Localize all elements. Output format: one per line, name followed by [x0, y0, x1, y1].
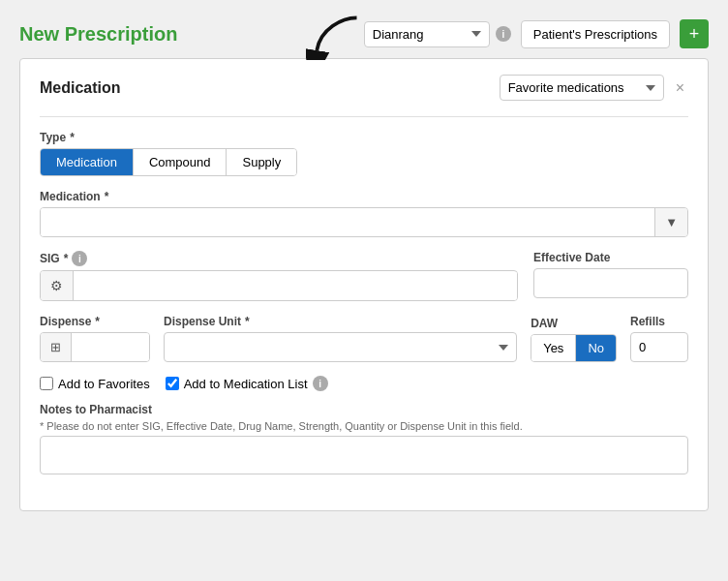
- provider-select[interactable]: Dianrang: [364, 21, 490, 47]
- medication-section: Medication * ▼: [40, 190, 688, 237]
- header-divider: [40, 116, 688, 117]
- card-header: Medication Favorite medications ×: [40, 75, 688, 101]
- notes-section: Notes to Pharmacist * Please do not ente…: [40, 403, 688, 477]
- daw-refills-group: DAW Yes No Refills: [531, 315, 688, 362]
- dispense-unit-select[interactable]: [164, 332, 517, 362]
- type-button-group: Medication Compound Supply: [40, 148, 297, 176]
- type-section: Type * Medication Compound Supply: [40, 131, 688, 176]
- favorite-medications-select[interactable]: Favorite medications: [500, 75, 664, 101]
- dispense-input-row: ⊞: [40, 332, 150, 362]
- provider-info-icon[interactable]: i: [496, 26, 511, 42]
- close-icon[interactable]: ×: [672, 77, 688, 99]
- sig-label: SIG * i: [40, 251, 518, 266]
- calculator-btn[interactable]: ⊞: [41, 333, 72, 361]
- daw-label: DAW: [531, 317, 617, 330]
- notes-label: Notes to Pharmacist: [40, 403, 688, 416]
- effective-date-label: Effective Date: [533, 251, 688, 264]
- add-to-medication-list-label[interactable]: Add to Medication List i: [166, 376, 328, 391]
- sig-row: SIG * i ⚙ Effective Date: [40, 251, 688, 301]
- effective-date-section: Effective Date: [533, 251, 688, 301]
- sig-section: SIG * i ⚙: [40, 251, 518, 301]
- patients-prescriptions-button[interactable]: Patient's Prescriptions: [521, 20, 670, 48]
- medication-label: Medication *: [40, 190, 688, 203]
- page-title: New Prescription: [19, 23, 177, 46]
- dispense-unit-section: Dispense Unit *: [164, 315, 517, 362]
- checkbox-row: Add to Favorites Add to Medication List …: [40, 376, 688, 391]
- notes-warning: * Please do not enter SIG, Effective Dat…: [40, 420, 688, 432]
- medication-list-info-icon[interactable]: i: [313, 376, 328, 391]
- daw-no-button[interactable]: No: [576, 335, 616, 361]
- dispense-input[interactable]: [72, 333, 149, 361]
- card-header-right: Favorite medications ×: [500, 75, 688, 101]
- daw-button-group: Yes No: [531, 334, 617, 362]
- sig-info-icon[interactable]: i: [72, 251, 87, 266]
- type-btn-supply[interactable]: Supply: [227, 149, 296, 175]
- refills-label: Refills: [630, 315, 688, 328]
- add-to-favorites-checkbox[interactable]: [40, 377, 53, 390]
- prescription-card: Medication Favorite medications × Type *…: [19, 58, 709, 511]
- add-to-favorites-text: Add to Favorites: [58, 377, 150, 391]
- medication-dropdown-btn[interactable]: ▼: [654, 208, 687, 236]
- arrow-annotation: [306, 12, 364, 60]
- sig-input[interactable]: [74, 272, 517, 300]
- add-prescription-button[interactable]: +: [680, 19, 709, 48]
- add-to-medication-list-text: Add to Medication List: [184, 377, 308, 391]
- type-btn-medication[interactable]: Medication: [41, 149, 134, 175]
- refills-section: Refills: [630, 315, 688, 362]
- add-to-favorites-label[interactable]: Add to Favorites: [40, 377, 150, 391]
- type-btn-compound[interactable]: Compound: [134, 149, 228, 175]
- provider-select-wrapper: Dianrang i: [364, 21, 511, 47]
- dispense-label: Dispense *: [40, 315, 150, 328]
- refills-input[interactable]: [630, 332, 688, 362]
- medication-input[interactable]: [41, 208, 654, 236]
- card-title: Medication: [40, 79, 121, 97]
- daw-yes-button[interactable]: Yes: [531, 335, 576, 361]
- sig-gear-btn[interactable]: ⚙: [41, 271, 74, 300]
- dispense-section: Dispense * ⊞: [40, 315, 150, 362]
- daw-section: DAW Yes No: [531, 317, 617, 362]
- notes-textarea[interactable]: [40, 436, 688, 474]
- add-to-medication-list-checkbox[interactable]: [166, 377, 179, 390]
- sig-input-row: ⚙: [40, 270, 518, 301]
- type-label: Type *: [40, 131, 688, 144]
- dispense-row: Dispense * ⊞ Dispense Unit *: [40, 315, 688, 362]
- effective-date-input[interactable]: [533, 268, 688, 298]
- medication-input-row: ▼: [40, 207, 688, 237]
- dispense-unit-label: Dispense Unit *: [164, 315, 517, 328]
